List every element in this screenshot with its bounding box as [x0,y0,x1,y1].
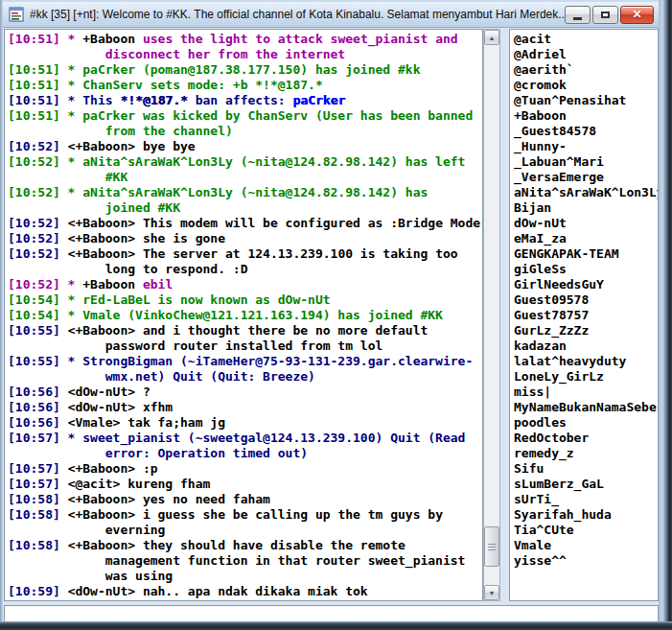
minimize-button[interactable] [565,6,591,24]
chat-segment: management function in that router sweet… [8,553,465,568]
scrollbar-thumb[interactable] [484,526,499,567]
chat-segment: <+Baboon> they should have disable the r… [68,538,406,552]
chat-segment: <+Baboon> she is gone [68,231,225,245]
nick-item[interactable]: MyNameBukanNamaSebe [514,400,658,415]
chat-line: [10:57] * sweet_pianist (~sweetgal@124.1… [8,431,482,446]
window-inner: #kk [35] [+nt]: Welcome to #KK. The offi… [3,2,659,621]
nick-item[interactable]: Sifu [514,461,658,477]
nick-item[interactable]: _Hunny- [514,139,658,154]
chat-segment: <+Baboon> bye bye [68,139,196,153]
chat-line: #KK [8,170,482,185]
nick-item[interactable]: _Guest84578 [514,124,658,139]
title-bar[interactable]: #kk [35] [+nt]: Welcome to #KK. The offi… [3,2,659,28]
chat-line: [10:51] * paCrker (poman@187.38.177.150)… [8,62,482,78]
maximize-icon [601,12,610,18]
scroll-up-button[interactable]: ▲ [484,30,499,45]
chat-line: [10:56] <dOw-nUt> ? [8,385,482,400]
chat-segment: long to respond. :D [8,262,247,276]
chat-line: wmx.net) Quit (Quit: Breeze) [8,369,482,385]
chat-segment: [10:54] * Vmale (VinkoChew@121.121.163.1… [8,308,443,322]
nick-item[interactable]: aNita^sAraWaK^Lon3Ly [514,185,658,200]
nick-item[interactable]: Bijan [514,200,658,216]
nick-item[interactable]: @Adriel [514,47,658,62]
chat-line: [10:52] * +Baboon ebil [8,277,482,292]
chat-line: [10:58] <+Baboon> i guess she be calling… [8,507,482,523]
message-input[interactable] [4,605,659,622]
chat-segment: <+Baboon> The server at 124.13.239.100 i… [68,246,458,261]
chat-line: password router installed from tm lol [8,338,482,354]
nick-item[interactable]: eMaI_za [514,231,658,246]
chat-line: [10:51] * paCrker was kicked by ChanServ… [8,108,482,124]
nick-item[interactable]: GirlNeedsGuY [514,277,658,292]
chat-line: [10:58] <+Baboon> they should have disab… [8,538,482,553]
chat-segment: wmx.net) Quit (Quit: Breeze) [8,369,315,384]
thumb-grip-icon [488,547,496,548]
window-frame-right [659,0,672,630]
irc-channel-window: #kk [35] [+nt]: Welcome to #KK. The offi… [0,0,672,630]
chat-line: [10:58] <+Baboon> yes no need faham [8,492,482,507]
nick-item[interactable]: yisse^^ [514,553,658,569]
nick-item[interactable]: miss| [514,385,658,400]
chat-segment: [10:54] * rEd-LaBeL is now known as dOw-… [8,292,331,307]
scroll-down-icon: ▼ [489,590,496,596]
nick-item[interactable]: _VersaEmerge [514,170,658,185]
nick-item[interactable]: sLumBerz_GaL [514,477,658,492]
nick-item[interactable]: @cromok [514,78,658,93]
close-icon: ✕ [632,9,641,20]
chat-segment: [10:52] [8,216,68,230]
scroll-down-button[interactable]: ▼ [484,585,499,600]
chat-segment: [10:52] [8,246,68,261]
chat-segment: [10:52] [8,231,68,245]
nick-list[interactable]: @acit@Adriel@aerith`@cromok@Tuan^Penasih… [509,29,659,601]
nick-item[interactable]: dOw-nUt [514,216,658,231]
chat-line: [10:56] <Vmale> tak fa;ham jg [8,415,482,431]
maximize-button[interactable] [592,6,618,24]
nick-item[interactable]: +Baboon [514,108,658,124]
nick-item[interactable]: Tia^CUte [514,523,658,538]
close-button[interactable]: ✕ [620,6,654,24]
chat-segment: [10:52] * aNita^sAraWaK^Lon3Ly (~nita@12… [8,154,465,169]
nick-item[interactable]: _Labuan^Mari [514,154,658,170]
nick-item[interactable]: GurLz_ZzZz [514,323,658,338]
chat-segment: +Baboon [82,32,135,46]
chat-segment: <+Baboon> :p [68,461,158,476]
chat-segment: joined #KK [8,200,180,215]
nick-item[interactable]: Guest09578 [514,292,658,308]
chat-segment: #KK [8,170,127,184]
chat-segment: <+Baboon> i guess she be calling up the … [68,507,443,522]
nick-item[interactable]: Syarifah_huda [514,507,658,523]
nick-item[interactable]: @acit [514,32,658,47]
chat-segment: [10:52] [8,139,68,153]
message-scrollbar[interactable]: ▲ ▼ [483,29,500,601]
nick-item[interactable]: lalat^heavyduty [514,354,658,369]
chat-segment: ebil [135,277,173,292]
chat-segment: [10:51] * [8,32,82,46]
chat-segment: error: Operation timed out) [8,446,308,460]
nick-item[interactable]: RedOctober [514,431,658,446]
chat-segment: [10:55] [8,323,68,338]
nick-item[interactable]: GENGKAPAK-TEAM [514,246,658,262]
nick-item[interactable]: sUrTi_ [514,492,658,507]
nick-item[interactable]: LoneLy_GirLz [514,369,658,385]
nick-item[interactable]: @Tuan^Penasihat [514,93,658,108]
chat-segment: <dOw-nUt> nah.. apa ndak dikaka miak tok [68,584,368,598]
chat-line: joined #KK [8,200,482,216]
thumb-grip-icon [488,544,496,545]
nick-item[interactable]: Vmale [514,538,658,553]
nick-item[interactable]: poodles [514,415,658,431]
chat-segment: from the channel) [8,124,233,138]
chat-line: [10:54] * rEd-LaBeL is now known as dOw-… [8,292,482,308]
nick-item[interactable]: giGleSs [514,262,658,277]
message-area[interactable]: [10:51] * +Baboon uses the light to atta… [4,29,483,601]
nick-item[interactable]: kadazan [514,338,658,354]
chat-line: [10:59] <dOw-nUt> nah.. apa ndak dikaka … [8,584,482,599]
chat-segment: [10:58] [8,492,68,506]
nick-item[interactable]: Guest78757 [514,308,658,323]
nick-item[interactable]: remedy_z [514,446,658,461]
chat-line: [10:56] <dOw-nUt> xfhm [8,400,482,415]
chat-segment: <+Baboon> This modem will be configured … [68,216,480,230]
chat-line: [10:51] * ChanServ sets mode: +b *!*@187… [8,78,482,93]
chat-line: from the channel) [8,124,482,139]
chat-segment: [10:52] * aNita^sAraWaK^Lon3Ly (~nita@12… [8,185,428,199]
nick-item[interactable]: @aerith` [514,62,658,78]
